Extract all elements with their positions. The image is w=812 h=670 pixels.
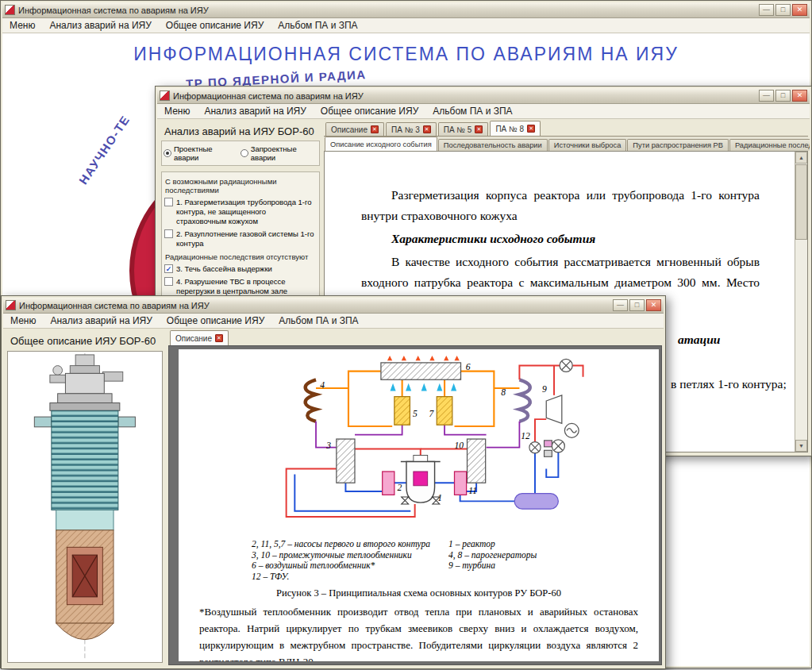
radio-design-accidents[interactable]: Проектные аварии bbox=[164, 144, 234, 162]
tab-pa-3[interactable]: ПА № 3 ✕ bbox=[386, 122, 437, 136]
legend-line: 4, 8 – парогенераторы bbox=[448, 550, 537, 561]
radio-icon bbox=[164, 149, 171, 157]
menu-bar: Меню Анализ аварий на ИЯУ Общее описание… bbox=[157, 104, 810, 119]
tab-close-icon[interactable]: ✕ bbox=[371, 125, 379, 133]
legend-line: 2, 11, 5,7 – насосы первого и второго ко… bbox=[252, 539, 448, 550]
tab-pa-8[interactable]: ПА № 8 ✕ bbox=[490, 121, 541, 136]
scroll-up-button[interactable]: ▲ bbox=[795, 152, 807, 164]
accident-checkbox-item[interactable]: ✓ 2. Разуплотнение газовой системы 1-го … bbox=[164, 228, 317, 250]
doc-text-fragment: атации bbox=[678, 333, 720, 347]
window-title: Информационная система по авариям на ИЯУ bbox=[18, 6, 756, 15]
checkbox-icon: ✓ bbox=[164, 229, 173, 238]
steam-generator-8 bbox=[519, 379, 529, 422]
figure-footnote: *Воздушный теплообменник производит отво… bbox=[199, 603, 638, 661]
app-icon bbox=[6, 300, 16, 310]
close-button[interactable]: ✕ bbox=[792, 4, 807, 16]
pump-2 bbox=[382, 472, 394, 495]
diagram-label-2: 2 bbox=[397, 483, 402, 493]
overview-document-area: Описание ✕ bbox=[168, 330, 662, 665]
radio-icon bbox=[241, 149, 248, 157]
minimize-button[interactable]: — bbox=[759, 4, 774, 16]
menu-item-general-description[interactable]: Общее описание ИЯУ bbox=[159, 20, 271, 31]
accident-label: 3. Течь бассейна выдержки bbox=[176, 264, 272, 274]
reactor-svg bbox=[11, 352, 159, 662]
intermediate-hx-3 bbox=[336, 439, 354, 483]
menu-item-accident-analysis[interactable]: Анализ аварий на ИЯУ bbox=[42, 20, 158, 31]
window-title: Информационная система по авариям на ИЯУ bbox=[19, 301, 610, 310]
menu-item-album[interactable]: Альбом ПА и ЗПА bbox=[271, 20, 364, 31]
subtab-release-sources[interactable]: Источники выброса bbox=[548, 139, 627, 151]
analysis-panel-title: Анализ аварий на ИЯУ БОР-60 bbox=[159, 121, 322, 141]
tab-pa-5[interactable]: ПА № 5 ✕ bbox=[438, 122, 489, 136]
document-page: 1 2 3 4 5 6 7 8 9 10 11 bbox=[179, 349, 659, 661]
titlebar[interactable]: Информационная система по авариям на ИЯУ… bbox=[3, 298, 664, 314]
window-buttons: — □ ✕ bbox=[759, 4, 807, 16]
menu-item-general-description[interactable]: Общее описание ИЯУ bbox=[314, 106, 425, 117]
menu-item-menu[interactable]: Меню bbox=[3, 315, 43, 326]
radio-beyond-design-accidents[interactable]: Запроектные аварии bbox=[241, 144, 317, 162]
desktop: Информационная система по авариям на ИЯУ… bbox=[0, 0, 812, 670]
maximize-button[interactable]: □ bbox=[629, 299, 645, 311]
menu-item-menu[interactable]: Меню bbox=[2, 20, 42, 31]
minimize-button[interactable]: — bbox=[613, 299, 628, 311]
menu-item-album[interactable]: Альбом ПА и ЗПА bbox=[271, 315, 365, 326]
menu-item-accident-analysis[interactable]: Анализ аварий на ИЯУ bbox=[43, 315, 159, 326]
deaerator-tank bbox=[514, 494, 558, 510]
menu-item-album[interactable]: Альбом ПА и ЗПА bbox=[425, 106, 519, 117]
accident-checkbox-item[interactable]: ✓ 3. Течь бассейна выдержки bbox=[164, 263, 317, 275]
minimize-button[interactable]: — bbox=[759, 90, 774, 102]
scrollbar-thumb[interactable] bbox=[795, 164, 807, 240]
doc-text-fragment: в петлях 1-го контура; bbox=[671, 377, 787, 391]
menu-item-accident-analysis[interactable]: Анализ аварий на ИЯУ bbox=[197, 106, 313, 117]
subtab-accident-sequence[interactable]: Последовательность аварии bbox=[438, 139, 548, 151]
close-button[interactable]: ✕ bbox=[646, 299, 661, 311]
diagram-label-6: 6 bbox=[465, 362, 470, 372]
reactor-circuit-diagram: 1 2 3 4 5 6 7 8 9 10 11 bbox=[242, 356, 596, 536]
subtab-initial-event[interactable]: Описание исходного события bbox=[325, 137, 437, 151]
diagram-label-1: 1 bbox=[437, 493, 442, 503]
intermediate-hx-10 bbox=[467, 439, 485, 483]
scroll-down-button[interactable]: ▼ bbox=[795, 440, 807, 452]
menu-item-general-description[interactable]: Общее описание ИЯУ bbox=[160, 315, 271, 326]
accident-checkbox-item[interactable]: ✓ 4. Разрушение ТВС в процессе перегрузк… bbox=[164, 275, 317, 298]
tab-close-icon[interactable]: ✕ bbox=[423, 125, 431, 133]
subtab-rv-propagation-paths[interactable]: Пути распространения РВ bbox=[627, 139, 729, 151]
tab-description[interactable]: Описание ✕ bbox=[325, 122, 384, 136]
legend-line: 1 – реактор bbox=[448, 539, 537, 550]
reactor-1 bbox=[400, 456, 440, 503]
accident-group-label: С возможными радиационными последствиями bbox=[164, 174, 317, 196]
tab-close-icon[interactable]: ✕ bbox=[215, 334, 223, 342]
legend-line: 6 – воздушный теплообменник* bbox=[252, 560, 448, 572]
diagram-label-12: 12 bbox=[521, 431, 530, 441]
checkbox-icon: ✓ bbox=[164, 264, 173, 273]
logo-arc-text-left: НАУЧНО-ТЕ bbox=[76, 113, 133, 187]
menu-item-menu[interactable]: Меню bbox=[157, 106, 197, 117]
maximize-button[interactable]: □ bbox=[775, 90, 791, 102]
subtab-radiation-consequences[interactable]: Радиационные последствия bbox=[729, 139, 810, 151]
scrollbar[interactable]: ▲ ▼ bbox=[795, 152, 807, 452]
window-buttons: — □ ✕ bbox=[759, 90, 807, 102]
turbine-9 bbox=[546, 359, 579, 452]
titlebar[interactable]: Информационная система по авариям на ИЯУ… bbox=[2, 2, 810, 18]
diagram-label-8: 8 bbox=[501, 387, 506, 398]
checkbox-icon: ✓ bbox=[164, 198, 173, 206]
pump-7 bbox=[437, 397, 452, 425]
accident-label: 2. Разуплотнение газовой системы 1-го ко… bbox=[176, 229, 317, 248]
maximize-button[interactable]: □ bbox=[775, 4, 791, 16]
radio-label: Проектные аварии bbox=[174, 144, 234, 162]
close-button[interactable]: ✕ bbox=[792, 90, 807, 102]
checkbox-icon: ✓ bbox=[164, 277, 173, 286]
tab-close-icon[interactable]: ✕ bbox=[475, 125, 483, 133]
tab-description[interactable]: Описание ✕ bbox=[170, 330, 229, 345]
app-icon bbox=[5, 5, 15, 15]
document-view: 1 2 3 4 5 6 7 8 9 10 11 bbox=[168, 345, 662, 665]
diagram-label-4: 4 bbox=[320, 380, 325, 391]
accident-checkbox-item[interactable]: ✓ 1. Разгерметизация трубопровода 1-го к… bbox=[164, 196, 317, 228]
tfu-12 bbox=[529, 441, 551, 456]
pump-5 bbox=[394, 397, 410, 425]
tab-close-icon[interactable]: ✕ bbox=[527, 125, 535, 133]
pump-11 bbox=[454, 472, 466, 495]
diagram-label-5: 5 bbox=[412, 409, 417, 419]
titlebar[interactable]: Информационная система по авариям на ИЯУ… bbox=[157, 88, 810, 104]
diagram-label-7: 7 bbox=[429, 409, 434, 419]
